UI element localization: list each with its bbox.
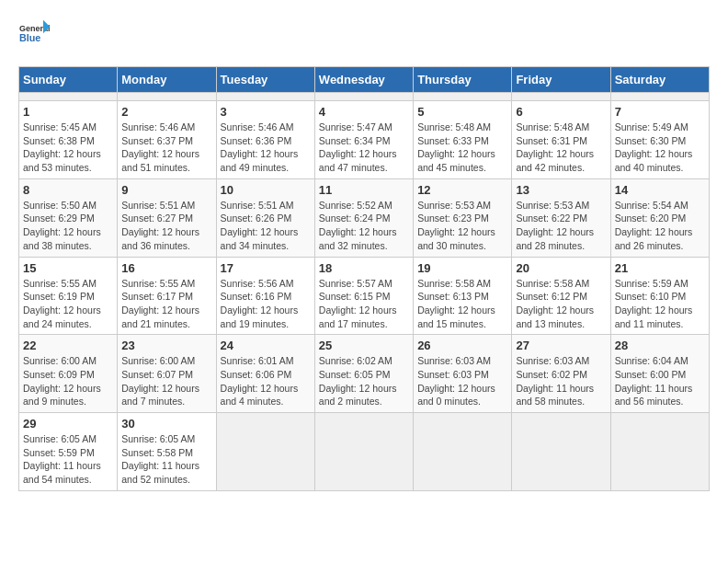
- calendar-table: SundayMondayTuesdayWednesdayThursdayFrid…: [18, 66, 710, 491]
- calendar-cell: [512, 93, 610, 101]
- day-number: 5: [417, 105, 507, 119]
- day-info: Sunrise: 5:57 AM Sunset: 6:15 PM Dayligh…: [319, 277, 409, 331]
- day-number: 28: [615, 339, 705, 352]
- calendar-cell: [414, 413, 512, 491]
- calendar-week-row: 8Sunrise: 5:50 AM Sunset: 6:29 PM Daylig…: [19, 178, 710, 257]
- weekday-header: Wednesday: [314, 67, 413, 93]
- calendar-cell: 14Sunrise: 5:54 AM Sunset: 6:20 PM Dayli…: [610, 178, 709, 257]
- day-info: Sunrise: 5:48 AM Sunset: 6:31 PM Dayligh…: [516, 121, 606, 175]
- calendar-cell: 30Sunrise: 6:05 AM Sunset: 5:58 PM Dayli…: [118, 413, 216, 491]
- day-number: 11: [319, 183, 409, 197]
- day-info: Sunrise: 5:50 AM Sunset: 6:29 PM Dayligh…: [23, 199, 113, 253]
- day-number: 25: [319, 339, 409, 352]
- day-info: Sunrise: 5:53 AM Sunset: 6:23 PM Dayligh…: [417, 199, 507, 253]
- weekday-header: Sunday: [19, 67, 118, 93]
- calendar-cell: 22Sunrise: 6:00 AM Sunset: 6:09 PM Dayli…: [19, 335, 118, 413]
- calendar-week-row: 1Sunrise: 5:45 AM Sunset: 6:38 PM Daylig…: [19, 101, 710, 179]
- calendar-cell: 4Sunrise: 5:47 AM Sunset: 6:34 PM Daylig…: [314, 101, 413, 179]
- calendar-cell: 25Sunrise: 6:02 AM Sunset: 6:05 PM Dayli…: [314, 335, 413, 413]
- calendar-cell: 5Sunrise: 5:48 AM Sunset: 6:33 PM Daylig…: [414, 101, 512, 179]
- weekday-header: Saturday: [610, 67, 709, 93]
- day-number: 2: [121, 105, 211, 119]
- day-number: 27: [516, 339, 606, 352]
- day-number: 15: [23, 261, 113, 275]
- day-info: Sunrise: 6:01 AM Sunset: 6:06 PM Dayligh…: [221, 354, 311, 408]
- day-info: Sunrise: 5:55 AM Sunset: 6:19 PM Dayligh…: [23, 277, 113, 331]
- day-number: 6: [516, 105, 606, 119]
- calendar-cell: 12Sunrise: 5:53 AM Sunset: 6:23 PM Dayli…: [414, 178, 512, 257]
- calendar-cell: 21Sunrise: 5:59 AM Sunset: 6:10 PM Dayli…: [610, 257, 709, 335]
- day-number: 4: [319, 105, 409, 119]
- day-number: 16: [121, 261, 211, 275]
- day-info: Sunrise: 6:03 AM Sunset: 6:02 PM Dayligh…: [516, 354, 606, 408]
- calendar-cell: 16Sunrise: 5:55 AM Sunset: 6:17 PM Dayli…: [118, 257, 216, 335]
- day-info: Sunrise: 6:00 AM Sunset: 6:07 PM Dayligh…: [121, 354, 211, 408]
- calendar-cell: [610, 413, 709, 491]
- day-info: Sunrise: 5:47 AM Sunset: 6:34 PM Dayligh…: [319, 121, 409, 175]
- day-info: Sunrise: 6:00 AM Sunset: 6:09 PM Dayligh…: [23, 354, 113, 408]
- day-info: Sunrise: 5:51 AM Sunset: 6:26 PM Dayligh…: [221, 199, 311, 253]
- calendar-cell: 29Sunrise: 6:05 AM Sunset: 5:59 PM Dayli…: [19, 413, 118, 491]
- day-info: Sunrise: 5:56 AM Sunset: 6:16 PM Dayligh…: [221, 277, 311, 331]
- day-number: 29: [23, 417, 113, 431]
- calendar-cell: 13Sunrise: 5:53 AM Sunset: 6:22 PM Dayli…: [512, 178, 610, 257]
- calendar-cell: 27Sunrise: 6:03 AM Sunset: 6:02 PM Dayli…: [512, 335, 610, 413]
- calendar-cell: 11Sunrise: 5:52 AM Sunset: 6:24 PM Dayli…: [314, 178, 413, 257]
- day-info: Sunrise: 5:55 AM Sunset: 6:17 PM Dayligh…: [121, 277, 211, 331]
- calendar-cell: 28Sunrise: 6:04 AM Sunset: 6:00 PM Dayli…: [610, 335, 709, 413]
- calendar-week-row: 29Sunrise: 6:05 AM Sunset: 5:59 PM Dayli…: [19, 413, 710, 491]
- calendar-cell: 15Sunrise: 5:55 AM Sunset: 6:19 PM Dayli…: [19, 257, 118, 335]
- day-number: 8: [23, 183, 113, 197]
- header-row: SundayMondayTuesdayWednesdayThursdayFrid…: [19, 67, 710, 93]
- day-number: 19: [417, 261, 507, 275]
- calendar-cell: [314, 413, 413, 491]
- calendar-cell: [512, 413, 610, 491]
- calendar-cell: 10Sunrise: 5:51 AM Sunset: 6:26 PM Dayli…: [216, 178, 314, 257]
- day-info: Sunrise: 6:03 AM Sunset: 6:03 PM Dayligh…: [417, 354, 507, 408]
- logo: General Blue: [18, 18, 55, 52]
- day-info: Sunrise: 6:04 AM Sunset: 6:00 PM Dayligh…: [615, 354, 705, 408]
- day-number: 23: [121, 339, 211, 352]
- weekday-header: Thursday: [414, 67, 512, 93]
- day-number: 10: [221, 183, 311, 197]
- day-number: 3: [221, 105, 311, 119]
- calendar-cell: 7Sunrise: 5:49 AM Sunset: 6:30 PM Daylig…: [610, 101, 709, 179]
- day-info: Sunrise: 5:51 AM Sunset: 6:27 PM Dayligh…: [121, 199, 211, 253]
- calendar-cell: [19, 93, 118, 101]
- logo-icon: General Blue: [18, 18, 51, 52]
- day-info: Sunrise: 6:05 AM Sunset: 5:59 PM Dayligh…: [23, 432, 113, 487]
- day-number: 30: [121, 417, 211, 431]
- calendar-cell: 17Sunrise: 5:56 AM Sunset: 6:16 PM Dayli…: [216, 257, 314, 335]
- day-info: Sunrise: 6:05 AM Sunset: 5:58 PM Dayligh…: [121, 432, 211, 487]
- calendar-cell: [216, 413, 314, 491]
- calendar-cell: 3Sunrise: 5:46 AM Sunset: 6:36 PM Daylig…: [216, 101, 314, 179]
- calendar-week-row: [19, 93, 710, 101]
- calendar-body: 1Sunrise: 5:45 AM Sunset: 6:38 PM Daylig…: [19, 93, 710, 491]
- day-number: 14: [615, 183, 705, 197]
- calendar-cell: [314, 93, 413, 101]
- calendar-cell: 1Sunrise: 5:45 AM Sunset: 6:38 PM Daylig…: [19, 101, 118, 179]
- page-header: General Blue: [18, 18, 710, 52]
- calendar-cell: [414, 93, 512, 101]
- day-info: Sunrise: 6:02 AM Sunset: 6:05 PM Dayligh…: [319, 354, 409, 408]
- calendar-cell: 24Sunrise: 6:01 AM Sunset: 6:06 PM Dayli…: [216, 335, 314, 413]
- day-number: 17: [221, 261, 311, 275]
- day-info: Sunrise: 5:59 AM Sunset: 6:10 PM Dayligh…: [615, 277, 705, 331]
- calendar-cell: [216, 93, 314, 101]
- calendar-cell: 6Sunrise: 5:48 AM Sunset: 6:31 PM Daylig…: [512, 101, 610, 179]
- day-number: 22: [23, 339, 113, 352]
- calendar-cell: 8Sunrise: 5:50 AM Sunset: 6:29 PM Daylig…: [19, 178, 118, 257]
- calendar-cell: [610, 93, 709, 101]
- calendar-cell: [118, 93, 216, 101]
- day-info: Sunrise: 5:49 AM Sunset: 6:30 PM Dayligh…: [615, 121, 705, 175]
- calendar-cell: 9Sunrise: 5:51 AM Sunset: 6:27 PM Daylig…: [118, 178, 216, 257]
- weekday-header: Friday: [512, 67, 610, 93]
- calendar-cell: 2Sunrise: 5:46 AM Sunset: 6:37 PM Daylig…: [118, 101, 216, 179]
- day-number: 12: [417, 183, 507, 197]
- day-number: 9: [121, 183, 211, 197]
- calendar-cell: 20Sunrise: 5:58 AM Sunset: 6:12 PM Dayli…: [512, 257, 610, 335]
- svg-text:Blue: Blue: [19, 32, 40, 43]
- day-info: Sunrise: 5:45 AM Sunset: 6:38 PM Dayligh…: [23, 121, 113, 175]
- weekday-header: Tuesday: [216, 67, 314, 93]
- day-number: 20: [516, 261, 606, 275]
